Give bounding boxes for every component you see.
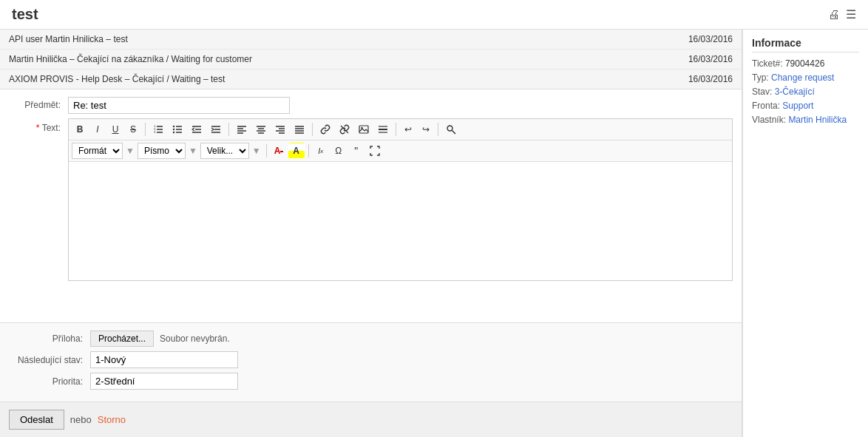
ordered-list-button[interactable]: 1.2.3.: [149, 121, 167, 138]
text-label: * Text:: [9, 118, 68, 133]
reply-form: Předmět: * Text: B I U S: [0, 89, 742, 322]
svg-point-9: [173, 126, 174, 127]
separator: [312, 123, 313, 136]
bg-color-button[interactable]: A: [288, 143, 305, 159]
hr-button[interactable]: [374, 121, 392, 138]
queue-label: Fronta:: [752, 101, 780, 111]
next-state-label: Následující stav:: [9, 355, 90, 365]
link-button[interactable]: [316, 121, 334, 138]
owner-value: Martin Hnilička: [788, 115, 847, 125]
align-left-button[interactable]: [233, 121, 251, 138]
subject-label: Předmět:: [9, 97, 68, 110]
blockquote-button[interactable]: ": [348, 143, 365, 159]
separator: [145, 123, 146, 136]
special-char-button[interactable]: Ω: [330, 143, 347, 159]
ticket-value: 79004426: [785, 58, 824, 69]
separator: [266, 144, 267, 157]
find-button[interactable]: [442, 121, 460, 138]
svg-point-40: [447, 126, 452, 131]
indent-decrease-button[interactable]: [188, 121, 206, 138]
toolbar-row1: B I U S 1.2.3.: [69, 119, 732, 140]
no-file-text: Soubor nevybrán.: [160, 333, 230, 344]
state-label: Stav:: [752, 87, 772, 97]
type-value: Change request: [771, 72, 834, 83]
submit-row: Odeslat nebo Storno: [0, 402, 742, 437]
bold-button[interactable]: B: [72, 121, 88, 138]
cancel-button[interactable]: Storno: [98, 414, 126, 425]
size-select[interactable]: Velik...: [200, 143, 249, 159]
separator: [396, 123, 396, 136]
history-item: Martin Hnilička – Čekající na zákazníka …: [0, 50, 742, 70]
size-dropdown-arrow: ▼: [251, 146, 262, 156]
align-justify-button[interactable]: [291, 121, 308, 138]
font-dropdown-arrow: ▼: [187, 146, 199, 156]
browse-button[interactable]: Procházet...: [90, 331, 154, 347]
or-text: nebo: [70, 414, 92, 425]
sidebar-title: Informace: [752, 37, 859, 52]
bottom-form: Příloha: Procházet... Soubor nevybrán. N…: [0, 322, 742, 402]
format-select[interactable]: Formát: [72, 143, 123, 159]
type-label: Typ:: [752, 72, 769, 83]
font-color-button[interactable]: A: [271, 143, 287, 159]
indent-increase-button[interactable]: [207, 121, 225, 138]
svg-text:3.: 3.: [154, 130, 156, 134]
fullscreen-button[interactable]: [366, 143, 384, 159]
priority-input[interactable]: [90, 373, 238, 390]
align-center-button[interactable]: [252, 121, 270, 138]
owner-label: Vlastník:: [752, 115, 786, 125]
underline-button[interactable]: U: [107, 121, 123, 138]
italic-button[interactable]: I: [89, 121, 106, 138]
format-dropdown-arrow: ▼: [124, 146, 136, 156]
undo-button[interactable]: ↩: [400, 121, 416, 138]
sidebar: Informace Ticket#: 79004426 Typ: Change …: [742, 30, 868, 437]
svg-rect-35: [359, 126, 368, 133]
clear-format-button[interactable]: Ix: [313, 143, 329, 159]
history-item: AXIOM PROVIS - Help Desk – Čekající / Wa…: [0, 70, 742, 89]
subject-input[interactable]: [68, 97, 290, 114]
toolbar-row2: Formát ▼ Písmo ▼ Velik... ▼: [69, 140, 732, 162]
unordered-list-button[interactable]: [169, 121, 186, 138]
attachment-label: Příloha:: [9, 333, 90, 344]
history-item: API user Martin Hnilicka – test 16/03/20…: [0, 30, 742, 50]
font-select[interactable]: Písmo: [138, 143, 186, 159]
rich-text-editor[interactable]: B I U S 1.2.3.: [68, 118, 733, 281]
image-button[interactable]: [355, 121, 373, 138]
unlink-button[interactable]: [336, 121, 353, 138]
ticket-label: Ticket#:: [752, 58, 783, 69]
menu-icon[interactable]: ☰: [846, 7, 856, 21]
queue-value: Support: [782, 101, 813, 111]
page-title: test: [12, 6, 38, 23]
strikethrough-button[interactable]: S: [125, 121, 141, 138]
separator: [308, 144, 309, 157]
print-icon[interactable]: 🖨: [828, 8, 840, 21]
priority-label: Priorita:: [9, 376, 90, 387]
state-value: 3-Čekající: [775, 87, 815, 97]
separator: [228, 123, 229, 136]
submit-button[interactable]: Odeslat: [9, 410, 64, 430]
svg-point-10: [173, 129, 174, 130]
align-right-button[interactable]: [271, 121, 289, 138]
separator: [438, 123, 438, 136]
svg-point-11: [173, 132, 174, 133]
svg-line-41: [452, 131, 456, 135]
redo-button[interactable]: ↪: [418, 121, 434, 138]
editor-body[interactable]: [69, 162, 732, 280]
next-state-input[interactable]: [90, 351, 238, 368]
history-list: API user Martin Hnilicka – test 16/03/20…: [0, 30, 742, 89]
